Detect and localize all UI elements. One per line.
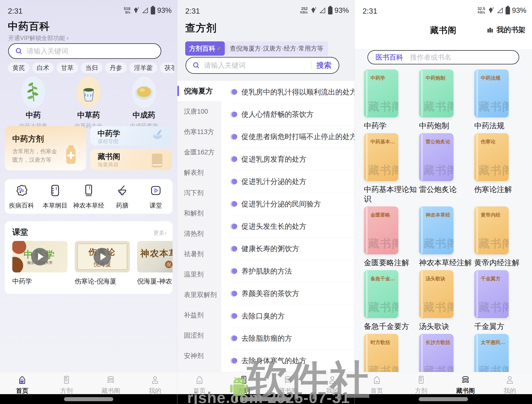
sidebar-category-item[interactable]: 金匮162方	[177, 142, 221, 162]
video-card[interactable]: 伤寒论 倪海厦 伤寒论-倪海厦	[75, 241, 130, 286]
sidebar-category-item[interactable]: 解表剂	[177, 162, 221, 183]
nav-item[interactable]: 我的	[488, 372, 532, 394]
home-indicator[interactable]	[64, 397, 113, 401]
nav-item[interactable]: 方剂	[399, 372, 443, 394]
home-indicator[interactable]	[241, 397, 291, 401]
vpn-icon: 6	[132, 7, 139, 14]
feature-shennong[interactable]: 神农本草经	[72, 183, 105, 210]
book-item[interactable]: 中药法规 藏书阁 中药法规	[474, 70, 529, 131]
feature-bencao[interactable]: 本草纲目	[38, 183, 72, 210]
book-item[interactable]: 中药基本… 藏书阁 中药基本理论知识	[364, 133, 419, 204]
nav-item[interactable]: 藏书阁	[89, 372, 133, 394]
formula-list-item[interactable]: 使乳房中的乳汁得以顺利流出的处方 ›	[221, 81, 355, 103]
formula-list-item[interactable]: 健康长寿的粥饮方 ›	[221, 238, 355, 260]
bullet-icon	[231, 111, 237, 118]
nav-item[interactable]: 我的	[133, 372, 177, 394]
formula-list-item[interactable]: 促进乳汁分泌的民间验方 ›	[221, 193, 355, 215]
tag-chip[interactable]: 丹参	[105, 62, 127, 73]
formula-list-item[interactable]: 养颜美容的茶饮方 ›	[221, 282, 355, 305]
nav-item[interactable]: 我的	[310, 372, 355, 394]
formula-list-item[interactable]: 促进乳房发育的处方 ›	[221, 148, 355, 170]
sidebar-category-item[interactable]: 汉唐100	[177, 101, 221, 122]
sidebar-category-item[interactable]: 安神剂	[177, 346, 221, 366]
sidebar-category-item[interactable]: 泻下剂	[177, 183, 221, 203]
book-cover: 中药炮制 藏书阁	[419, 70, 454, 117]
formula-list-item[interactable]: 去除脂肪瘤的方 ›	[221, 327, 355, 349]
feature-ketang[interactable]: 课堂	[139, 183, 173, 210]
home-search-bar[interactable]	[8, 43, 161, 59]
nav-icon	[194, 375, 205, 385]
formula-list-item[interactable]: 促使患者病危时打嗝不止停止的处方 ›	[221, 126, 355, 148]
tag-chip[interactable]: 甘草	[57, 62, 78, 73]
sidebar-category-item[interactable]: 清热剂	[177, 223, 221, 244]
nav-item[interactable]: 方剂	[222, 372, 266, 394]
nav-item[interactable]: 首页	[0, 372, 44, 394]
fangji-content: 倪海夏方汉唐100伤寒113方金匮162方解表剂泻下剂和解剂清热剂祛暑剂温里剂表…	[177, 81, 355, 372]
search-button[interactable]: 搜索	[317, 60, 331, 71]
card-zhongyao-fangji[interactable]: 中药方剂 含常用方，伤寒金匮方，汉唐方等	[5, 126, 86, 170]
cover-watermark: 藏书阁	[423, 300, 454, 315]
sidebar-category-item[interactable]: 补益剂	[177, 305, 221, 325]
nav-item[interactable]: 首页	[177, 372, 222, 394]
vip-banner-link[interactable]: 开通VIP解锁全部功能 ›	[8, 34, 69, 42]
feature-yaoshan[interactable]: 药膳	[105, 183, 139, 210]
book-item[interactable]: 金匮要略 藏书阁 金匮要略注解	[364, 206, 419, 268]
book-item[interactable]: 备急千金… 藏书阁 备急千金要方	[364, 270, 419, 331]
sidebar-category-item[interactable]: 伤寒113方	[177, 122, 221, 142]
sidebar-category-item[interactable]: 表里双解剂	[177, 284, 221, 305]
feature-disease[interactable]: 疾病百科	[5, 183, 38, 210]
formula-list-item[interactable]: 促进乳汁分泌的处方 ›	[221, 170, 355, 193]
nav-item[interactable]: 首页	[355, 372, 399, 394]
formula-list-item[interactable]: 促进头发生长的处方 ›	[221, 215, 355, 237]
video-card[interactable]: 神农本草 倪 海 厦 倪海厦-神农	[137, 241, 173, 286]
category-zhongchengyao[interactable]: 中成药 中成药查询	[116, 76, 171, 130]
nav-item[interactable]: 藏书阁	[443, 372, 488, 394]
more-link[interactable]: 更多›	[153, 229, 166, 237]
formula-list-item[interactable]: 去除口臭的方 ›	[221, 305, 355, 327]
my-bookshelf-button[interactable]: 我的书架	[486, 25, 526, 35]
book-cover: 中药法规 藏书阁	[474, 70, 509, 117]
video-thumbnail: 神农本草 倪 海 厦	[137, 241, 173, 272]
book-item[interactable]: 神农本草经 藏书阁 神农本草经注解	[419, 206, 474, 268]
category-zhongcaoyao[interactable]: 中草药 中草药大全	[61, 76, 116, 130]
sidebar-category-item[interactable]: 祛暑剂	[177, 244, 221, 264]
search-category-label[interactable]: 医书百科	[375, 53, 403, 62]
video-card[interactable]: 中药学 南京中医药大学 中药学	[12, 241, 68, 286]
tag-chip[interactable]: 淫羊藿	[129, 62, 157, 73]
library-search-bar[interactable]: 医书百科	[367, 50, 519, 64]
book-item[interactable]: 中药学 藏书阁 中药学	[364, 70, 419, 131]
search-input[interactable]	[410, 53, 519, 61]
home-indicator[interactable]	[419, 397, 468, 401]
formula-list-item[interactable]: 养护肌肤的方法 ›	[221, 260, 355, 282]
sidebar-category-item[interactable]: 温里剂	[177, 264, 221, 284]
search-input[interactable]	[27, 47, 161, 55]
book-item[interactable]: 汤头歌诀 藏书阁 汤头歌诀	[419, 270, 474, 331]
book-item[interactable]: 伤寒论 藏书阁 伤寒论注解	[474, 133, 529, 204]
tag-chip[interactable]: 白术	[32, 62, 54, 73]
nav-item[interactable]: 方剂	[44, 372, 89, 394]
nav-item[interactable]: 藏书阁	[266, 372, 310, 394]
sidebar-category-item[interactable]: 和解剂	[177, 203, 221, 223]
category-zhongyao[interactable]: 中药 中药大辞典	[6, 76, 61, 130]
sidebar-category-item[interactable]: 倪海夏方	[177, 81, 221, 101]
formula-list-item[interactable]: 使人心情舒畅的茶饮方 ›	[221, 103, 355, 125]
nav-icon	[372, 375, 382, 385]
card-cangshuge[interactable]: 藏书阁 海量典籍	[90, 149, 172, 170]
fangji-search-bar[interactable]: 搜索	[185, 57, 339, 74]
book-label: 中药法规	[474, 121, 527, 131]
card-zhongyaoxue[interactable]: 中药学 课程导图	[90, 126, 172, 145]
tag-chip[interactable]: 茯苓	[160, 62, 174, 73]
book-item[interactable]: 雷公炮炙论 藏书阁 雷公炮炙论	[419, 133, 474, 204]
formula-list-item[interactable]: 去除身体寒气的处方 ›	[221, 350, 355, 372]
book-label: 黄帝内经注解	[474, 258, 527, 268]
book-item[interactable]: 黄帝内经 藏书阁 黄帝内经注解	[474, 206, 529, 268]
book-item[interactable]: 中药炮制 藏书阁 中药炮制	[419, 70, 474, 131]
book-item[interactable]: 千金翼方 藏书阁 千金翼方	[474, 270, 529, 331]
search-input[interactable]	[204, 61, 309, 69]
book-cover: 雷公炮炙论 藏书阁	[419, 133, 454, 181]
tag-chip[interactable]: 当归	[81, 62, 102, 73]
medicine-bottle-icon	[65, 145, 77, 164]
badge-note: 查倪海厦方·汉唐方·经方·常用方等	[225, 41, 328, 56]
tag-chip[interactable]: 黄芪	[8, 62, 30, 73]
sidebar-category-item[interactable]: 固涩剂	[177, 325, 221, 346]
